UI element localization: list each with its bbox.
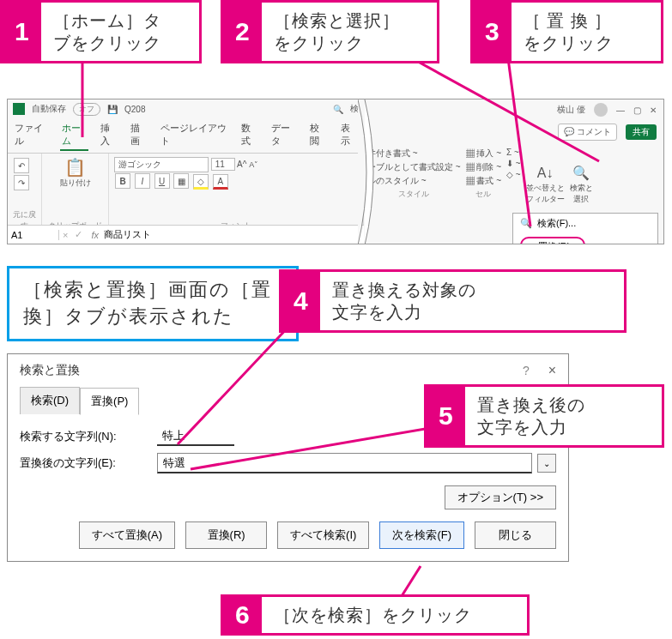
fill-icon[interactable]: ⬇ ~ — [506, 159, 521, 168]
find-input[interactable] — [157, 426, 234, 446]
replace-dropdown-button[interactable]: ⌄ — [537, 454, 556, 473]
info-box: ［検索と置換］画面の［置 換］タブが表示された — [7, 266, 299, 341]
tab-view[interactable]: 表示 — [339, 120, 359, 151]
callout-1-num: 1 — [3, 3, 41, 61]
tab-layout[interactable]: ページレイアウト — [159, 120, 228, 151]
font-color-button[interactable]: A — [213, 174, 228, 190]
callout-2-num: 2 — [223, 3, 262, 61]
replace-label: 置換後の文字列(E): — [20, 455, 148, 471]
autosave-toggle[interactable]: オフ — [73, 103, 100, 116]
user-name: 横山 優 — [557, 104, 585, 116]
callout-4-num: 4 — [282, 272, 320, 330]
callout-3-text: ［ 置 換 ］ をクリック — [512, 3, 626, 61]
svg-line-5 — [402, 566, 421, 596]
cells-label: セル — [466, 189, 501, 200]
callout-5-num: 5 — [427, 387, 465, 445]
callout-2-text: ［検索と選択］ をクリック — [262, 3, 412, 61]
search-icon[interactable]: 🔍 — [333, 105, 343, 114]
callout-6-num: 6 — [223, 597, 262, 633]
window-close-icon[interactable]: ✕ — [650, 105, 657, 115]
border-button[interactable]: ▦ — [173, 173, 189, 189]
callout-1-text: ［ホーム］タ ブをクリック — [41, 3, 173, 61]
share-button[interactable]: 共有 — [626, 124, 657, 140]
clear-icon[interactable]: ◇ ~ — [506, 170, 521, 179]
tab-home[interactable]: ホーム — [60, 120, 88, 151]
comment-share-row: 💬 コメント 共有 — [364, 120, 663, 144]
cell-reference[interactable]: A1 — [8, 230, 59, 240]
italic-button[interactable]: I — [135, 173, 150, 189]
tab-review[interactable]: 校閲 — [308, 120, 328, 151]
insert-cells[interactable]: ▦ 挿入 ~ — [466, 148, 501, 160]
options-button[interactable]: オプション(T) >> — [445, 485, 556, 509]
fx-icon[interactable]: fx — [86, 230, 104, 240]
ribbon-left: 自動保存 オフ 💾 Q208 🔍 検 ファイル ホーム 挿入 描画 ページレイア… — [8, 99, 364, 244]
options-row: オプション(T) >> — [20, 485, 556, 509]
fx-confirm-icon[interactable]: ✓ — [71, 229, 86, 240]
dialog-tab-replace[interactable]: 置換(P) — [80, 388, 139, 415]
replace-input[interactable] — [157, 453, 532, 473]
find-select-button[interactable]: 🔍 検索と 選択 — [570, 148, 593, 222]
font-name-select[interactable]: 游ゴシック — [114, 157, 209, 172]
ribbon-right: 横山 優 — ▢ ✕ 💬 コメント 共有 件付き書式 ~ ーブルとして書式設定 … — [364, 99, 663, 244]
comment-button[interactable]: 💬 コメント — [558, 124, 617, 141]
fx-cancel-icon[interactable]: × — [59, 230, 71, 240]
sort-filter-button[interactable]: A↓ 並べ替えと フィルター — [526, 148, 565, 222]
close-button[interactable]: 閉じる — [475, 521, 556, 549]
ribbon-body-left: ↶ ↷ 元に戻す 📋 貼り付け クリップボード 游ゴシック 11 A^ A˅ — [8, 154, 364, 235]
replace-row: 置換後の文字列(E): ⌄ — [20, 453, 556, 473]
increase-font-icon[interactable]: A^ — [237, 160, 246, 169]
sort-filter-icon: A↓ — [526, 166, 565, 181]
tab-insert[interactable]: 挿入 — [99, 120, 118, 151]
titlebar-right: 横山 優 — ▢ ✕ — [364, 99, 663, 120]
font-size-select[interactable]: 11 — [211, 158, 235, 171]
paste-label[interactable]: 貼り付け — [47, 178, 103, 189]
dropdown-replace[interactable]: ↔ 置換(R)... — [513, 233, 657, 244]
delete-cells[interactable]: ▦ 削除 ~ — [466, 161, 501, 173]
callout-4-text: 置き換える対象の 文字を入力 — [320, 272, 488, 330]
find-all-button[interactable]: すべて検索(I) — [277, 521, 369, 549]
decrease-font-icon[interactable]: A˅ — [249, 160, 258, 169]
paste-icon[interactable]: 📋 — [47, 157, 103, 178]
callout-5: 5 置き換え後の 文字を入力 — [424, 384, 664, 448]
undo-icon[interactable]: ↶ — [14, 158, 29, 173]
tab-data[interactable]: データ — [269, 120, 298, 151]
autosave-label: 自動保存 — [32, 103, 66, 115]
excel-ribbon: 自動保存 オフ 💾 Q208 🔍 検 ファイル ホーム 挿入 描画 ページレイア… — [7, 99, 664, 244]
dialog-help-icon[interactable]: ? — [523, 364, 530, 377]
callout-3-num: 3 — [473, 3, 512, 61]
group-undo: ↶ ↷ 元に戻す — [8, 154, 42, 235]
replace-button[interactable]: 置換(R) — [185, 521, 267, 549]
sort-filter-label: 並べ替えと フィルター — [526, 183, 565, 205]
group-cells: ▦ 挿入 ~ ▦ 削除 ~ ▦ 書式 ~ セル — [466, 148, 501, 222]
replace-all-button[interactable]: すべて置換(A) — [79, 521, 175, 549]
titlebar: 自動保存 オフ 💾 Q208 🔍 検 — [8, 99, 364, 118]
bold-button[interactable]: B — [115, 173, 130, 189]
fill-color-button[interactable]: ◇ — [193, 174, 209, 190]
save-icon[interactable]: 💾 — [107, 105, 118, 114]
formula-value[interactable]: 商品リスト — [104, 228, 151, 241]
dialog-tab-find[interactable]: 検索(D) — [20, 387, 80, 414]
callout-2: 2 ［検索と選択］ をクリック — [221, 0, 439, 63]
find-label: 検索する文字列(N): — [20, 429, 148, 444]
find-next-button[interactable]: 次を検索(F) — [379, 521, 464, 549]
tab-formula[interactable]: 数式 — [239, 120, 259, 151]
tab-draw[interactable]: 描画 — [129, 120, 148, 151]
doc-name: Q208 — [124, 105, 145, 114]
window-minimize-icon[interactable]: — — [616, 105, 625, 115]
callout-3: 3 ［ 置 換 ］ をクリック — [470, 0, 663, 63]
format-cells[interactable]: ▦ 書式 ~ — [466, 175, 501, 187]
autosum-icon[interactable]: Σ ~ — [506, 148, 521, 157]
redo-icon[interactable]: ↷ — [14, 175, 29, 190]
dialog-title: 検索と置換 — [20, 363, 80, 378]
avatar[interactable] — [594, 103, 608, 117]
dropdown-find[interactable]: 🔍 検索(F)... — [513, 214, 657, 233]
window-maximize-icon[interactable]: ▢ — [633, 105, 641, 115]
find-select-dropdown: 🔍 検索(F)... ↔ 置換(R)... — [512, 213, 658, 244]
find-select-icon: 🔍 — [570, 165, 593, 181]
callout-5-text: 置き換え後の 文字を入力 — [465, 387, 597, 445]
dialog-close-icon[interactable]: × — [548, 363, 556, 377]
group-font: 游ゴシック 11 A^ A˅ B I U ▦ ◇ A フォント — [109, 154, 364, 235]
underline-button[interactable]: U — [154, 173, 170, 189]
find-select-label: 検索と 選択 — [570, 183, 593, 205]
tab-file[interactable]: ファイル — [13, 120, 50, 151]
